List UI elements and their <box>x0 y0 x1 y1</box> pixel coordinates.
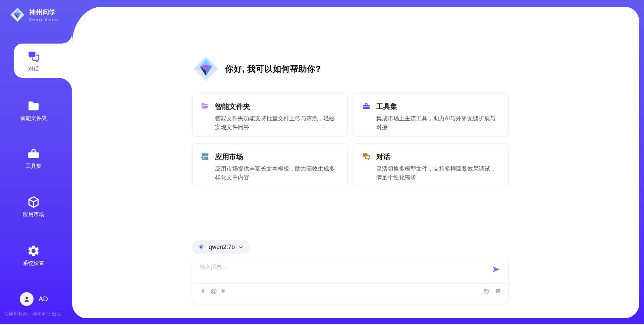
sidebar-item-market[interactable]: 应用市场 <box>0 195 67 218</box>
send-button[interactable] <box>491 265 501 274</box>
cube-icon <box>27 195 40 209</box>
card-title: 对话 <box>376 152 390 161</box>
toolbox-icon <box>362 102 371 111</box>
card-app-market[interactable]: 应用市场 应用市场提供丰富长文本模板，助力高效生成多样化文章内容 <box>192 143 347 187</box>
user-name: AD <box>39 295 48 303</box>
welcome-logo-icon <box>193 56 219 82</box>
attach-button[interactable] <box>200 288 206 295</box>
sidebar-item-label: 工具集 <box>0 163 67 170</box>
sidebar-item-chat[interactable]: 对话 <box>0 50 67 73</box>
brand-diamond-icon <box>10 7 25 22</box>
gear-icon <box>27 244 40 258</box>
mention-button[interactable]: @ <box>211 288 217 295</box>
sidebar-item-settings[interactable]: 系统设置 <box>0 244 67 267</box>
app-root: 神州问学 Smart Vision 对话 智能文件夹 <box>0 0 644 325</box>
sidebar-item-label: 对话 <box>0 66 67 73</box>
message-input[interactable] <box>200 263 481 281</box>
model-logo-icon <box>197 243 205 251</box>
composer: @ # <box>192 258 508 304</box>
model-name: qwen2:7b <box>209 244 235 251</box>
sidebar: 神州问学 Smart Vision 对话 智能文件夹 <box>0 0 72 325</box>
hash-button[interactable]: # <box>221 288 225 295</box>
history-icon <box>483 288 490 295</box>
hash-icon: # <box>221 288 225 295</box>
chat-bubble-icon <box>495 288 501 295</box>
chat-icon <box>362 152 371 161</box>
composer-tools-right <box>483 288 501 295</box>
card-desc: 集成市场上主流工具，助力AI与外界无缝扩展与对接 <box>376 114 501 132</box>
card-smart-folder[interactable]: 智能文件夹 智能文件夹功能支持批量文件上传与清洗，轻松实现文件问答 <box>192 93 347 137</box>
sidebar-item-label: 系统设置 <box>0 260 67 267</box>
bottom-strip <box>0 324 644 325</box>
paper-plane-icon <box>491 265 501 274</box>
folder-icon <box>27 99 40 113</box>
card-toolset[interactable]: 工具集 集成市场上主流工具，助力AI与外界无缝扩展与对接 <box>354 93 509 137</box>
welcome-header: 你好, 我可以如何帮助你? <box>193 56 321 82</box>
avatar <box>20 292 34 306</box>
chevron-down-icon <box>238 244 244 250</box>
brand-subtitle: Smart Vision <box>29 18 59 22</box>
card-title: 智能文件夹 <box>215 102 250 111</box>
card-title: 应用市场 <box>215 152 243 161</box>
chat-icon <box>27 50 40 63</box>
card-desc: 智能文件夹功能支持批量文件上传与清洗，轻松实现文件问答 <box>215 114 340 132</box>
composer-divider <box>192 283 508 284</box>
history-button[interactable] <box>483 288 490 295</box>
sidebar-item-label: 应用市场 <box>0 211 67 218</box>
sidebar-item-tools[interactable]: 工具集 <box>0 147 67 170</box>
user-profile[interactable]: AD <box>20 292 48 306</box>
card-chat[interactable]: 对话 灵活切换多模型文件，支持多样回复效果调试，满足个性化需求 <box>354 143 509 187</box>
card-title: 工具集 <box>376 102 397 111</box>
composer-tools-left: @ # <box>200 288 225 295</box>
brand-name: 神州问学 <box>29 8 59 17</box>
folder-open-icon <box>201 102 209 111</box>
main-panel: 你好, 我可以如何帮助你? 智能文件夹 智能文件夹功能支持批量文件上传与清洗，轻… <box>72 7 639 318</box>
at-icon: @ <box>211 288 217 295</box>
paperclip-icon <box>200 288 206 295</box>
greeting-title: 你好, 我可以如何帮助你? <box>225 63 321 74</box>
card-desc: 灵活切换多模型文件，支持多样回复效果调试，满足个性化需求 <box>376 165 501 182</box>
person-icon <box>23 295 31 303</box>
sidebar-item-label: 智能文件夹 <box>0 115 67 122</box>
brand-logo: 神州问学 Smart Vision <box>10 7 59 22</box>
model-selector[interactable]: qwen2:7b <box>192 240 250 254</box>
sidebar-item-folders[interactable]: 智能文件夹 <box>0 99 67 122</box>
feature-cards: 智能文件夹 智能文件夹功能支持批量文件上传与清洗，轻松实现文件问答 工具集 集成… <box>192 93 508 187</box>
grid-icon <box>201 152 209 161</box>
sidebar-footer: ©神州数码 · 神州问学出品 <box>5 311 72 317</box>
toolbox-icon <box>27 147 40 160</box>
card-desc: 应用市场提供丰富长文本模板，助力高效生成多样化文章内容 <box>215 165 340 182</box>
feedback-button[interactable] <box>495 288 501 295</box>
